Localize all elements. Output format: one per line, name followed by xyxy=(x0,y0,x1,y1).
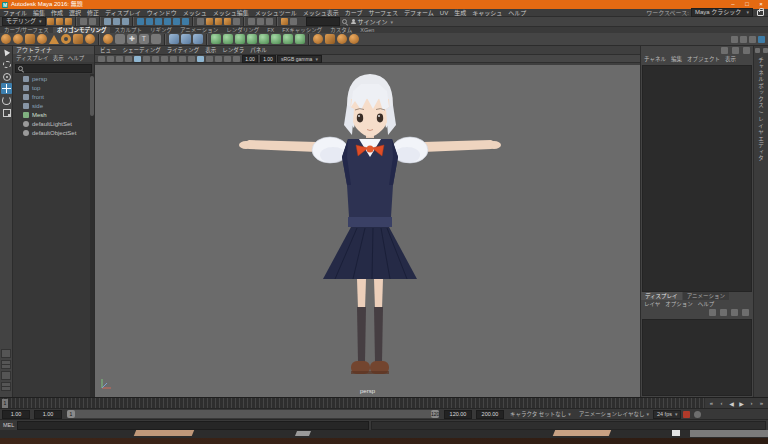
channel-box-menu-item[interactable]: 表示 xyxy=(725,55,736,63)
scale-tool[interactable] xyxy=(1,107,12,118)
menu-item[interactable]: ファイル xyxy=(0,9,30,17)
outliner-menu-item[interactable]: ヘルプ xyxy=(68,54,85,62)
range-end-handle[interactable]: 120 xyxy=(431,410,439,418)
move-tool[interactable] xyxy=(1,83,12,94)
tab-layer-editor[interactable]: アニメーション xyxy=(683,292,729,300)
menu-item[interactable]: メッシュ編集 xyxy=(210,9,252,17)
shelf-icon[interactable] xyxy=(193,34,203,44)
status-icon[interactable] xyxy=(173,18,180,25)
viewport-toolbar-icon[interactable] xyxy=(134,56,141,62)
character-model[interactable] xyxy=(95,65,640,397)
viewport-toolbar-icon[interactable] xyxy=(170,56,177,62)
viewport-menu-item[interactable]: レンダラ xyxy=(220,46,246,54)
viewport-toolbar-icon[interactable] xyxy=(152,56,159,62)
shelf-icon[interactable] xyxy=(103,34,113,44)
viewport-menu-item[interactable]: パネル xyxy=(248,46,269,54)
menu-item[interactable]: 生成 xyxy=(451,9,469,17)
shelf-icon[interactable] xyxy=(49,35,59,44)
layer-editor-menu-item[interactable]: オプション xyxy=(665,300,693,308)
status-icon[interactable] xyxy=(215,18,222,25)
layout-custom-button[interactable] xyxy=(1,382,11,391)
viewport-toolbar-icon[interactable] xyxy=(107,56,114,62)
viewport-toolbar-icon[interactable] xyxy=(179,56,186,62)
playback-button[interactable]: ◀ xyxy=(727,400,736,407)
shelf-icon[interactable] xyxy=(85,34,95,44)
move-layer-down-icon[interactable] xyxy=(720,309,727,316)
list-item[interactable]: persp xyxy=(13,74,90,83)
shelf-icon[interactable] xyxy=(13,34,23,44)
shelf-icon[interactable] xyxy=(325,34,335,44)
menu-item[interactable]: 作成 xyxy=(48,9,66,17)
viewport-canvas[interactable]: persp xyxy=(95,65,640,397)
list-item[interactable]: defaultObjectSet xyxy=(13,128,90,137)
viewport-toolbar-icon[interactable] xyxy=(224,56,231,62)
range-bar[interactable]: 1 120 xyxy=(67,410,439,418)
shelf-icon[interactable]: ✚ xyxy=(127,34,137,44)
status-icon[interactable] xyxy=(281,18,288,25)
shelf-icon[interactable] xyxy=(308,34,310,45)
shelf-icon[interactable] xyxy=(115,34,125,44)
channel-display-icon[interactable] xyxy=(721,47,728,54)
outliner-scrollbar[interactable] xyxy=(90,74,94,397)
workspace-dropdown[interactable]: Maya クラシック ▾ xyxy=(691,8,753,17)
mel-label[interactable]: MEL xyxy=(0,422,17,428)
status-icon[interactable] xyxy=(99,17,101,26)
playback-end-field[interactable]: 120.00 xyxy=(444,410,472,419)
layout-four-pane-button[interactable] xyxy=(1,360,11,369)
menu-item[interactable]: キャッシュ xyxy=(469,9,505,17)
status-icon[interactable] xyxy=(266,18,273,25)
playback-button[interactable]: « xyxy=(707,400,716,406)
channel-speed-icon[interactable] xyxy=(732,47,739,54)
status-icon[interactable] xyxy=(47,18,54,25)
current-frame-marker[interactable]: 1 xyxy=(2,399,8,408)
playback-button[interactable]: ▶ xyxy=(737,400,746,407)
outliner-search-input[interactable] xyxy=(15,64,92,73)
lasso-tool[interactable] xyxy=(1,59,12,70)
tab-channel-box-layer-editor[interactable]: チャネルボックス / レイヤエディタ xyxy=(757,57,765,162)
exposure-field[interactable]: 1.00 xyxy=(242,55,258,63)
shelf-icon[interactable] xyxy=(151,34,161,44)
move-layer-up-icon[interactable] xyxy=(709,309,716,316)
status-icon[interactable] xyxy=(248,18,255,25)
list-item[interactable]: front xyxy=(13,92,90,101)
chevron-down-icon[interactable]: ▾ xyxy=(391,19,394,25)
shelf-icon[interactable] xyxy=(98,34,100,45)
layer-editor-menu-item[interactable]: ヘルプ xyxy=(698,300,715,308)
menu-set-dropdown[interactable]: モデリング ▾ xyxy=(2,17,46,26)
status-icon[interactable] xyxy=(56,18,63,25)
fps-dropdown[interactable]: 24 fps ▾ xyxy=(653,410,682,419)
list-item[interactable]: defaultLightSet xyxy=(13,119,90,128)
viewport-menu-item[interactable]: シェーディング xyxy=(121,46,163,54)
menu-item[interactable]: サーフェス xyxy=(365,9,401,17)
animation-preferences-icon[interactable] xyxy=(694,411,701,418)
shelf-icon[interactable] xyxy=(169,34,179,44)
layout-single-pane-button[interactable] xyxy=(1,349,11,358)
status-icon[interactable] xyxy=(155,18,162,25)
range-start-handle[interactable]: 1 xyxy=(67,410,75,418)
shelf-icon[interactable] xyxy=(37,34,47,44)
menu-item[interactable]: 選択 xyxy=(66,9,84,17)
playback-button[interactable]: » xyxy=(757,400,766,406)
list-item[interactable]: Mesh xyxy=(13,110,90,119)
auto-keyframe-icon[interactable] xyxy=(683,411,690,418)
tab-layer-editor[interactable]: ディスプレイ xyxy=(641,292,682,300)
shelf-icon[interactable] xyxy=(259,34,269,44)
shelf-icon[interactable] xyxy=(1,34,11,44)
status-icon[interactable] xyxy=(164,18,171,25)
shelf-icon[interactable] xyxy=(235,34,245,44)
viewport-toolbar-icon[interactable] xyxy=(197,56,204,62)
channel-manipulator-icon[interactable] xyxy=(743,47,750,54)
modeling-toolkit-icon[interactable] xyxy=(731,36,738,43)
menu-item[interactable]: カーブ xyxy=(342,9,366,17)
shelf-icon[interactable] xyxy=(247,34,257,44)
shelf-icon[interactable] xyxy=(337,34,347,44)
shelf-icon[interactable] xyxy=(181,34,191,44)
menu-item[interactable]: 編集 xyxy=(30,9,48,17)
status-icon[interactable] xyxy=(224,18,231,25)
status-icon[interactable] xyxy=(206,18,213,25)
shelf-icon[interactable] xyxy=(349,34,359,44)
menu-item[interactable]: メッシュ表示 xyxy=(300,9,342,17)
status-icon[interactable] xyxy=(80,18,87,25)
playback-button[interactable]: › xyxy=(747,400,756,406)
list-item[interactable]: top xyxy=(13,83,90,92)
